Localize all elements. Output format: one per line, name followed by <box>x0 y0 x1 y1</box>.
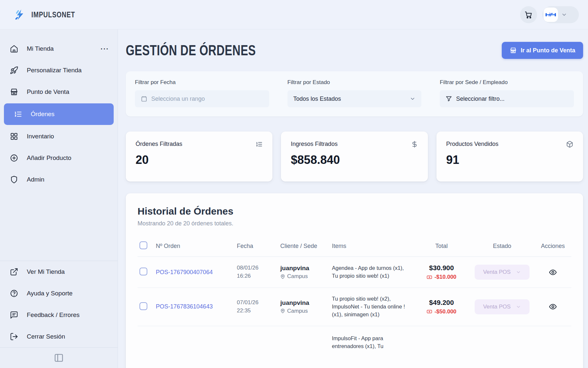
order-discount: -$50.000 <box>434 308 456 315</box>
sidebar-item-admin[interactable]: Admin <box>0 169 118 190</box>
sidebar-item-label: Ayuda y Soporte <box>27 290 73 297</box>
col-header-acciones: Acciones <box>534 242 572 250</box>
order-status-select[interactable]: Venta POS <box>475 299 530 314</box>
map-pin-icon <box>280 308 285 313</box>
order-total: $49.200 <box>429 299 454 307</box>
client-sede-label: Campus <box>287 273 308 280</box>
col-header-total: Total <box>413 242 470 250</box>
filter-estado: Filtrar por Estado Todos los Estados <box>287 79 422 107</box>
banknote-icon <box>427 274 432 280</box>
brand-name: IMPULSONET <box>31 10 75 19</box>
calendar-icon <box>141 96 147 102</box>
list-ordered-icon <box>255 141 263 148</box>
sidebar: Mi Tienda ··· Personalizar Tienda Punto … <box>0 29 118 368</box>
view-order-button[interactable] <box>549 268 557 276</box>
sidebar-item-cerrar-sesion[interactable]: Cerrar Sesión <box>0 326 118 347</box>
date-range-input[interactable]: Selecciona un rango <box>135 90 269 107</box>
rocket-icon <box>10 66 18 75</box>
order-date: 07/01/26 <box>237 299 258 306</box>
cart-button[interactable] <box>520 6 537 23</box>
funnel-icon <box>446 96 452 102</box>
sidebar-item-ayuda-y-soporte[interactable]: Ayuda y Soporte <box>0 283 118 304</box>
orders-history-title: Historial de Órdenes <box>138 206 571 217</box>
order-number-link[interactable]: POS-1767900407064 <box>156 269 234 276</box>
order-date: 08/01/26 <box>237 265 258 271</box>
sidebar-item-label: Inventario <box>27 133 54 140</box>
sidebar-item-personalizar-tienda[interactable]: Personalizar Tienda <box>0 60 118 81</box>
order-discount: -$10.000 <box>434 274 456 280</box>
stat-value: 20 <box>136 153 263 167</box>
sidebar-item-label: Cerrar Sesión <box>27 333 65 340</box>
list-ordered-icon <box>14 110 22 118</box>
row-checkbox[interactable] <box>139 302 147 310</box>
chevron-down-icon <box>516 270 521 275</box>
order-items: ImpulsoFit - App para entrenadores (x1),… <box>332 333 410 350</box>
sidebar-item-inventario[interactable]: Inventario <box>0 126 118 147</box>
col-header-fecha: Fecha <box>237 242 278 250</box>
store-icon <box>10 88 18 96</box>
sidebar-item-ver-mi-tienda[interactable]: Ver Mi Tienda <box>0 261 118 283</box>
stats-row: Órdenes Filtradas 20 Ingresos Filtrados … <box>126 131 583 182</box>
sidebar-item-feedback-errores[interactable]: Feedback / Errores <box>0 304 118 326</box>
chevron-down-icon <box>561 12 567 18</box>
stat-label: Órdenes Filtradas <box>136 141 182 148</box>
sidebar-item-punto-de-venta[interactable]: Punto de Venta <box>0 81 118 103</box>
eye-icon <box>549 303 557 311</box>
brand: IMPULSONET <box>13 8 86 22</box>
order-status-value: Venta POS <box>483 269 511 275</box>
table-row: POS-1767836104643 07/01/2622:35 juanpvin… <box>138 288 571 326</box>
grid-icon <box>10 132 18 141</box>
sidebar-item-mi-tienda[interactable]: Mi Tienda ··· <box>0 38 118 60</box>
estado-select-value: Todos los Estados <box>293 96 406 102</box>
client-name: juanpvina <box>280 299 329 307</box>
dollar-icon <box>411 141 418 148</box>
order-number-link[interactable]: POS-1767836104643 <box>156 303 234 310</box>
sidebar-item-ordenes[interactable]: Órdenes <box>4 103 114 125</box>
client-name: juanpvina <box>280 265 329 272</box>
shield-icon <box>10 175 18 184</box>
more-options-icon[interactable]: ··· <box>101 45 109 53</box>
sidebar-item-label: Añadir Producto <box>27 154 71 162</box>
go-to-pos-button[interactable]: Ir al Punto de Venta <box>502 42 583 59</box>
message-square-icon <box>10 311 18 319</box>
order-status-value: Venta POS <box>483 304 511 310</box>
stat-label: Ingresos Filtrados <box>291 141 337 148</box>
account-menu-button[interactable]: iF <box>542 6 579 23</box>
col-header-items: Items <box>332 242 410 250</box>
home-icon <box>10 44 18 53</box>
stat-card-productos-vendidos: Productos Vendidos 91 <box>436 131 583 182</box>
row-checkbox[interactable] <box>139 268 147 275</box>
filters-panel: Filtrar por Fecha Selecciona un rango Fi… <box>126 71 583 116</box>
filter-date-label: Filtrar por Fecha <box>135 79 269 86</box>
col-header-orden: Nº Orden <box>156 242 234 250</box>
sidebar-item-anadir-producto[interactable]: Añadir Producto <box>0 147 118 169</box>
sede-filter-value: Seleccionar filtro... <box>456 96 504 102</box>
plus-circle-icon <box>10 154 18 162</box>
sidebar-item-label: Ver Mi Tienda <box>27 268 65 275</box>
filter-sede: Filtrar por Sede / Empleado Seleccionar … <box>440 79 574 107</box>
view-order-button[interactable] <box>549 303 557 311</box>
collapse-sidebar-button[interactable] <box>54 353 64 363</box>
order-status-select[interactable]: Venta POS <box>475 265 530 280</box>
filter-estado-label: Filtrar por Estado <box>287 79 422 86</box>
topbar: IMPULSONET <box>0 0 588 29</box>
sidebar-item-label: Admin <box>27 176 44 183</box>
stat-card-ordenes-filtradas: Órdenes Filtradas 20 <box>126 131 272 182</box>
filter-sede-label: Filtrar por Sede / Empleado <box>440 79 574 86</box>
external-link-icon <box>10 268 18 276</box>
sede-filter-input[interactable]: Seleccionar filtro... <box>440 90 574 107</box>
store-icon <box>510 47 517 54</box>
estado-select[interactable]: Todos los Estados <box>287 90 422 107</box>
orders-history-subtitle: Mostrando 20 de 20 órdenes totales. <box>138 220 571 227</box>
panel-left-icon <box>54 353 64 363</box>
go-to-pos-label: Ir al Punto de Venta <box>521 47 575 54</box>
sidebar-item-label: Mi Tienda <box>27 45 54 52</box>
chevron-down-icon <box>516 304 521 309</box>
eye-icon <box>549 268 557 276</box>
stat-value: $858.840 <box>291 153 418 167</box>
chevron-down-icon <box>410 96 416 102</box>
select-all-checkbox[interactable] <box>139 241 147 249</box>
col-header-cliente-sede: Cliente / Sede <box>280 242 329 250</box>
col-header-estado: Estado <box>473 242 531 250</box>
cart-icon <box>524 10 533 19</box>
